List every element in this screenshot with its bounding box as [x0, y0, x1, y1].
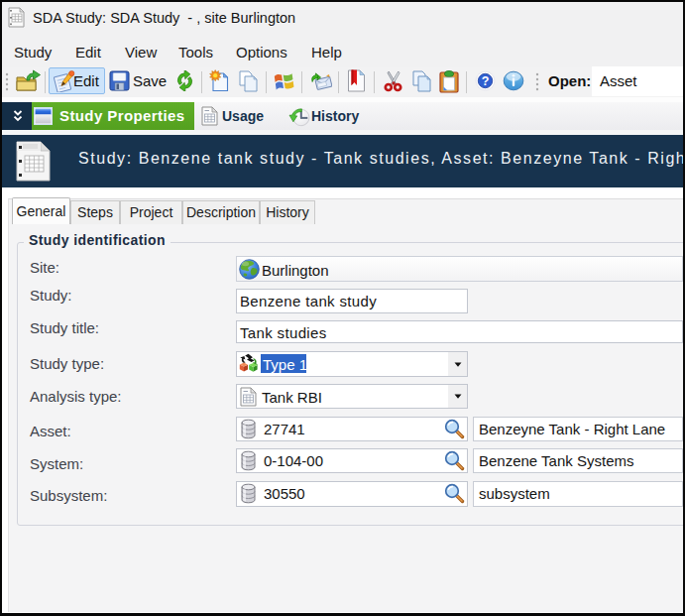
svg-text:?: ? — [482, 74, 490, 88]
